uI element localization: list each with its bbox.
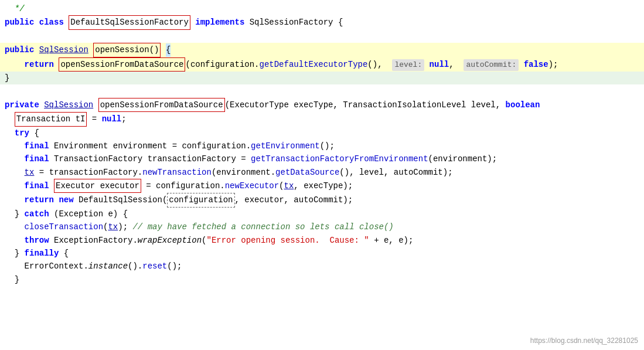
config-dashed-box: configuration [167,193,234,207]
class-name-box: DefaultSqlSessionFactory [69,15,190,29]
code-line-throw: throw ExceptionFactory. wrapException ( … [0,234,644,247]
method-opensessionfromdatasource-box2: openSessionFromDataSource [98,98,225,112]
watermark: https://blog.csdn.net/qq_32281025 [530,335,638,346]
code-line-close1: } [0,72,644,84]
code-line-executor: final Executor executor = configuration.… [0,179,644,193]
code-line-finally: } finally { [0,247,644,260]
code-text: */ [5,2,25,15]
keyword-implements: implements [195,16,244,29]
code-line-catch: } catch (Exception e) { [0,208,644,220]
code-line-try: try { [0,127,644,140]
method-opensession-box: openSession() [93,43,161,57]
param-hint-level: level: [392,59,424,72]
code-line-comment-end: */ [0,2,644,15]
param-hint-autocommit: autoCommit: [464,59,519,72]
code-line-empty1 [0,30,644,43]
keyword-public: public [5,16,39,29]
code-line-class-decl: public class DefaultSqlSessionFactory im… [0,15,644,29]
code-line-return: return openSessionFromDataSource (config… [0,57,644,72]
code-line-newtx: tx = transactionFactory. newTransaction … [0,166,644,179]
code-line-txfactory: final TransactionFactory transactionFact… [0,152,644,165]
executor-box: Executor executor [54,179,141,193]
code-line-transaction: Transaction tI = null ; [0,112,644,126]
code-container: */ public class DefaultSqlSessionFactory… [0,0,644,350]
code-line-empty2 [0,84,644,97]
method-opensessionfromdatasource-box: openSessionFromDataSource [59,57,185,72]
code-line-errorctx: ErrorContext. instance (). reset (); [0,260,644,273]
code-line-close-finally: } [0,273,644,286]
code-line-closetx: closeTransaction ( tx ); // may have fet… [0,220,644,233]
keyword-class: class [39,16,69,29]
transaction-tx-box: Transaction tI [15,112,87,126]
comment-close: // may have fetched a connection so lets… [132,220,393,233]
code-line-opensession: public SqlSession openSession() { [0,43,644,57]
code-line-env: final Environment environment = configur… [0,140,644,152]
code-line-private-method: private SqlSession openSessionFromDataSo… [0,98,644,112]
code-line-returnnew: return new DefaultSqlSession( configurat… [0,193,644,207]
